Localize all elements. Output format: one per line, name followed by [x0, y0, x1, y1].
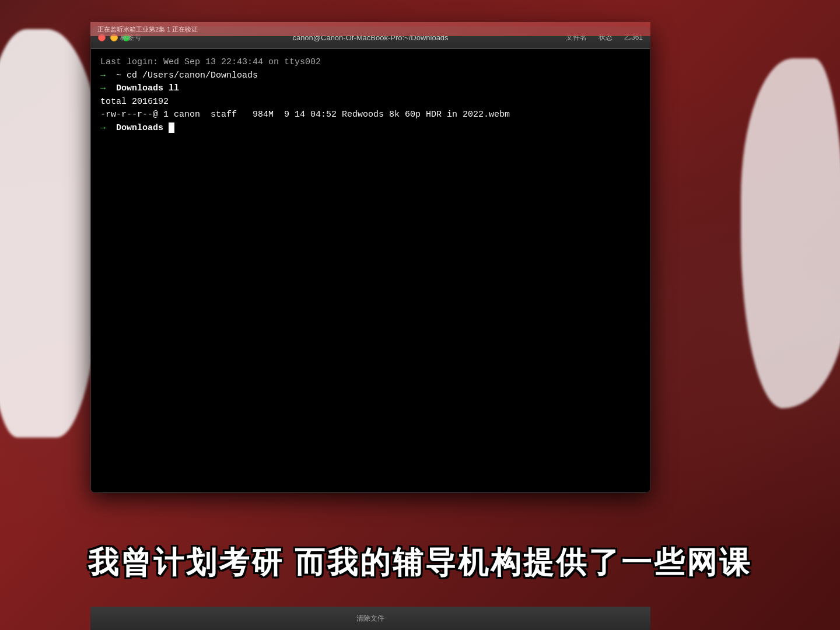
notification-text: 正在监听冰箱工业第2集 1 正在验证 — [97, 25, 198, 34]
terminal-content[interactable]: Last login: Wed Sep 13 22:43:44 on ttys0… — [91, 49, 650, 492]
active-command-text: Downloads — [116, 123, 169, 133]
cursor — [169, 123, 174, 133]
command-line-1: → ~ cd /Users/canon/Downloads — [100, 69, 640, 83]
paint-splash-right — [741, 58, 840, 408]
output-total: total 2016192 — [100, 96, 640, 109]
prompt-arrow-1: → — [100, 71, 106, 80]
prompt-arrow-3: → — [100, 123, 106, 133]
subtitle-bar: 我曾计划考研 而我的辅导机构提供了一些网课 — [0, 542, 840, 583]
bottom-toolbar: 清除文件 — [90, 607, 650, 630]
command-line-2: → Downloads ll — [100, 82, 640, 96]
prompt-arrow-2: → — [100, 83, 106, 93]
command-text: Downloads ll — [116, 83, 179, 93]
notification-bar: 正在监听冰箱工业第2集 1 正在验证 — [90, 22, 650, 36]
terminal-window: 标签号 canon@Canon-Of-MacBook-Pro:~/Downloa… — [90, 26, 650, 493]
active-prompt-line: → Downloads — [100, 122, 640, 135]
bottom-clear-files[interactable]: 清除文件 — [356, 614, 384, 624]
output-file-entry: -rw-r--r--@ 1 canon staff 984M 9 14 04:5… — [100, 108, 640, 122]
login-line: Last login: Wed Sep 13 22:43:44 on ttys0… — [100, 56, 640, 69]
subtitle-text: 我曾计划考研 而我的辅导机构提供了一些网课 — [88, 542, 752, 583]
